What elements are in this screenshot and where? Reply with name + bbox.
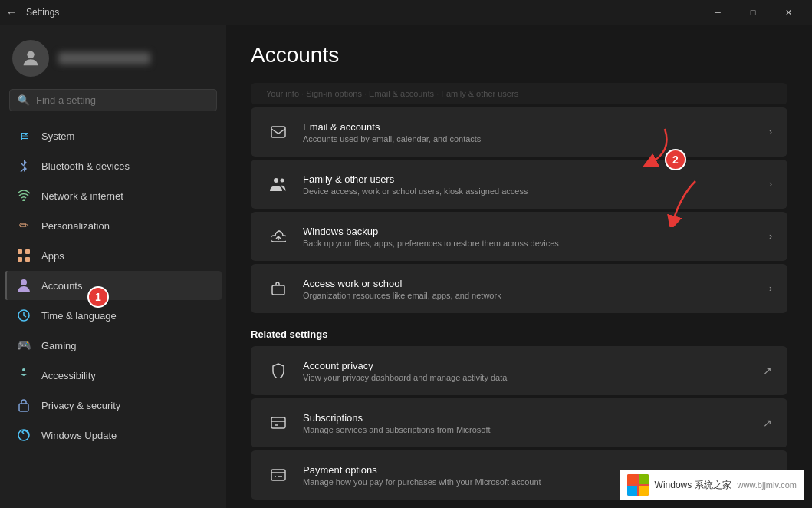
- app-title: Settings: [26, 7, 59, 18]
- sidebar-item-privacy[interactable]: Privacy & security: [5, 391, 222, 420]
- svg-rect-4: [18, 257, 22, 262]
- backup-icon: [266, 224, 291, 249]
- sidebar-item-accessibility[interactable]: Accessibility: [5, 361, 222, 390]
- search-input[interactable]: [36, 94, 209, 106]
- sidebar-item-label: Windows Update: [41, 430, 117, 441]
- user-section: [0, 25, 226, 89]
- sidebar-item-time[interactable]: Time & language: [5, 301, 222, 330]
- sidebar-item-bluetooth[interactable]: Bluetooth & devices: [5, 151, 222, 180]
- windows-logo: [627, 474, 649, 496]
- watermark-url: www.bjjmlv.com: [738, 480, 797, 490]
- row-subtitle: Device access, work or school users, kio…: [303, 186, 757, 196]
- sidebar-item-accounts[interactable]: Accounts 1: [5, 271, 222, 300]
- search-box[interactable]: 🔍: [9, 89, 217, 111]
- svg-rect-9: [19, 404, 28, 411]
- sidebar-item-label: Personalization: [41, 220, 110, 232]
- sidebar-item-label: Gaming: [41, 340, 77, 351]
- row-text-family: Family & other users Device access, work…: [303, 173, 757, 196]
- settings-row-email[interactable]: Email & accounts Accounts used by email,…: [251, 107, 787, 157]
- sidebar: 🔍 🖥 System Bluetooth & devices: [0, 25, 226, 508]
- settings-row-subscriptions[interactable]: Subscriptions Manage services and subscr…: [251, 398, 787, 447]
- chevron-icon: ›: [769, 179, 772, 190]
- row-title: Family & other users: [303, 173, 757, 185]
- network-icon: [17, 189, 31, 203]
- svg-point-10: [18, 430, 29, 440]
- sidebar-item-system[interactable]: 🖥 System: [5, 121, 222, 150]
- related-settings-header: Related settings: [251, 328, 787, 340]
- avatar: [12, 40, 49, 77]
- title-bar-left: ← Settings: [6, 6, 59, 18]
- row-text-subscriptions: Subscriptions Manage services and subscr…: [303, 412, 751, 434]
- chevron-icon: ›: [769, 231, 772, 242]
- page-title: Accounts: [251, 43, 787, 68]
- sidebar-item-gaming[interactable]: 🎮 Gaming: [5, 331, 222, 360]
- sidebar-item-network[interactable]: Network & internet: [5, 181, 222, 210]
- sidebar-item-apps[interactable]: Apps: [5, 241, 222, 270]
- accounts-icon: [17, 279, 31, 292]
- row-subtitle: Accounts used by email, calendar, and co…: [303, 134, 757, 143]
- row-text-email: Email & accounts Accounts used by email,…: [303, 121, 757, 143]
- back-icon[interactable]: ←: [6, 6, 17, 18]
- svg-rect-14: [272, 285, 284, 295]
- email-icon: [266, 120, 291, 144]
- settings-row-backup[interactable]: Windows backup Back up your files, apps,…: [251, 212, 787, 261]
- row-title: Email & accounts: [303, 121, 757, 133]
- minimize-button[interactable]: ─: [700, 0, 735, 25]
- app-body: 🔍 🖥 System Bluetooth & devices: [0, 25, 812, 508]
- chevron-icon: ›: [769, 283, 772, 294]
- sidebar-item-personalization[interactable]: ✏ Personalization: [5, 211, 222, 240]
- sidebar-item-update[interactable]: Windows Update: [5, 421, 222, 450]
- sidebar-item-label: System: [41, 130, 74, 142]
- time-icon: [17, 308, 31, 322]
- sidebar-item-label: Apps: [41, 250, 64, 262]
- sidebar-item-label: Network & internet: [41, 190, 123, 202]
- svg-point-8: [22, 368, 25, 371]
- svg-rect-16: [271, 470, 285, 480]
- user-name: [58, 52, 150, 64]
- gaming-icon: 🎮: [17, 338, 31, 352]
- title-bar: ← Settings ─ □ ✕: [0, 0, 812, 25]
- external-link-icon: ↗: [763, 417, 772, 429]
- sidebar-item-label: Bluetooth & devices: [41, 160, 130, 172]
- svg-rect-3: [25, 249, 30, 254]
- svg-point-13: [281, 179, 284, 183]
- personalization-icon: ✏: [17, 219, 31, 233]
- settings-row-work[interactable]: Access work or school Organization resou…: [251, 264, 787, 313]
- sidebar-item-label: Time & language: [41, 310, 117, 322]
- svg-rect-15: [271, 417, 285, 428]
- svg-point-6: [21, 279, 27, 285]
- row-text-account-privacy: Account privacy View your privacy dashbo…: [303, 360, 751, 382]
- row-subtitle: Back up your files, apps, preferences to…: [303, 239, 757, 248]
- maximize-button[interactable]: □: [735, 0, 771, 25]
- svg-point-1: [23, 200, 25, 201]
- watermark-text: Windows 系统之家: [655, 479, 731, 492]
- nav-list: 🖥 System Bluetooth & devices: [0, 120, 226, 450]
- search-icon: 🔍: [18, 94, 30, 106]
- row-title: Access work or school: [303, 278, 757, 289]
- account-privacy-icon: [266, 358, 291, 383]
- row-subtitle: View your privacy dashboard and manage a…: [303, 373, 751, 382]
- row-text-work: Access work or school Organization resou…: [303, 278, 757, 300]
- payment-icon: [266, 463, 291, 487]
- subscriptions-icon: [266, 411, 291, 435]
- annotation-bubble-2: 2: [665, 149, 686, 170]
- row-subtitle: Manage services and subscriptions from M…: [303, 425, 751, 434]
- bluetooth-icon: [17, 159, 31, 173]
- family-icon: [266, 172, 291, 196]
- update-icon: [17, 428, 31, 442]
- settings-row-privacy[interactable]: Account privacy View your privacy dashbo…: [251, 346, 787, 395]
- settings-row-family[interactable]: 2 Family & other users: [251, 160, 787, 209]
- close-button[interactable]: ✕: [771, 0, 806, 25]
- annotation-bubble-1: 1: [87, 286, 109, 308]
- partial-row-text: Your info · Sign-in options · Email & ac…: [266, 89, 518, 98]
- windows-watermark: Windows 系统之家 www.bjjmlv.com: [620, 470, 804, 500]
- row-subtitle: Organization resources like email, apps,…: [303, 291, 757, 300]
- accessibility-icon: [17, 368, 31, 382]
- chevron-icon: ›: [769, 127, 772, 137]
- main-content: Accounts Your info · Sign-in options · E…: [226, 25, 812, 508]
- svg-point-12: [274, 178, 278, 183]
- svg-point-0: [27, 51, 34, 58]
- sidebar-item-label: Privacy & security: [41, 400, 120, 411]
- search-container: 🔍: [0, 89, 226, 120]
- row-title: Windows backup: [303, 226, 757, 237]
